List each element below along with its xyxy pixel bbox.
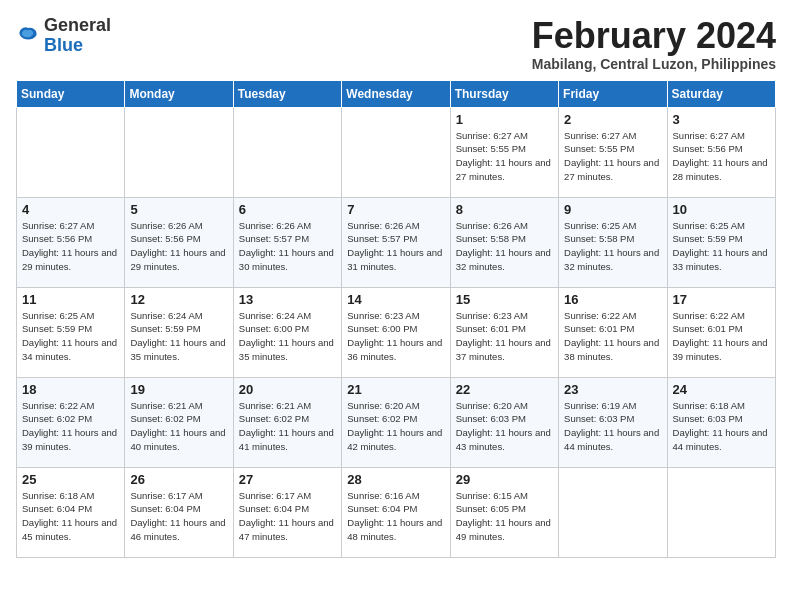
header-cell-saturday: Saturday xyxy=(667,80,775,107)
day-number: 18 xyxy=(22,382,119,397)
calendar-cell: 15Sunrise: 6:23 AM Sunset: 6:01 PM Dayli… xyxy=(450,287,558,377)
calendar-cell: 18Sunrise: 6:22 AM Sunset: 6:02 PM Dayli… xyxy=(17,377,125,467)
day-number: 15 xyxy=(456,292,553,307)
day-number: 1 xyxy=(456,112,553,127)
calendar-cell: 12Sunrise: 6:24 AM Sunset: 5:59 PM Dayli… xyxy=(125,287,233,377)
page-header: General Blue February 2024 Mabilang, Cen… xyxy=(16,16,776,72)
calendar-cell xyxy=(342,107,450,197)
day-info: Sunrise: 6:21 AM Sunset: 6:02 PM Dayligh… xyxy=(130,399,227,454)
day-number: 12 xyxy=(130,292,227,307)
day-info: Sunrise: 6:25 AM Sunset: 5:59 PM Dayligh… xyxy=(22,309,119,364)
day-info: Sunrise: 6:20 AM Sunset: 6:03 PM Dayligh… xyxy=(456,399,553,454)
header-cell-wednesday: Wednesday xyxy=(342,80,450,107)
day-info: Sunrise: 6:26 AM Sunset: 5:58 PM Dayligh… xyxy=(456,219,553,274)
day-number: 8 xyxy=(456,202,553,217)
header-cell-sunday: Sunday xyxy=(17,80,125,107)
calendar-cell: 28Sunrise: 6:16 AM Sunset: 6:04 PM Dayli… xyxy=(342,467,450,557)
day-info: Sunrise: 6:22 AM Sunset: 6:01 PM Dayligh… xyxy=(564,309,661,364)
calendar-cell: 9Sunrise: 6:25 AM Sunset: 5:58 PM Daylig… xyxy=(559,197,667,287)
calendar-header: SundayMondayTuesdayWednesdayThursdayFrid… xyxy=(17,80,776,107)
calendar-week-row: 11Sunrise: 6:25 AM Sunset: 5:59 PM Dayli… xyxy=(17,287,776,377)
day-info: Sunrise: 6:22 AM Sunset: 6:01 PM Dayligh… xyxy=(673,309,770,364)
calendar-cell: 26Sunrise: 6:17 AM Sunset: 6:04 PM Dayli… xyxy=(125,467,233,557)
calendar-cell: 16Sunrise: 6:22 AM Sunset: 6:01 PM Dayli… xyxy=(559,287,667,377)
calendar-week-row: 4Sunrise: 6:27 AM Sunset: 5:56 PM Daylig… xyxy=(17,197,776,287)
day-info: Sunrise: 6:27 AM Sunset: 5:55 PM Dayligh… xyxy=(564,129,661,184)
day-number: 7 xyxy=(347,202,444,217)
calendar-cell: 3Sunrise: 6:27 AM Sunset: 5:56 PM Daylig… xyxy=(667,107,775,197)
logo: General Blue xyxy=(16,16,111,56)
header-cell-tuesday: Tuesday xyxy=(233,80,341,107)
day-info: Sunrise: 6:19 AM Sunset: 6:03 PM Dayligh… xyxy=(564,399,661,454)
day-info: Sunrise: 6:24 AM Sunset: 5:59 PM Dayligh… xyxy=(130,309,227,364)
calendar-cell: 13Sunrise: 6:24 AM Sunset: 6:00 PM Dayli… xyxy=(233,287,341,377)
day-number: 9 xyxy=(564,202,661,217)
day-number: 16 xyxy=(564,292,661,307)
day-info: Sunrise: 6:26 AM Sunset: 5:57 PM Dayligh… xyxy=(239,219,336,274)
month-year-title: February 2024 xyxy=(532,16,776,56)
header-cell-thursday: Thursday xyxy=(450,80,558,107)
calendar-cell: 11Sunrise: 6:25 AM Sunset: 5:59 PM Dayli… xyxy=(17,287,125,377)
day-number: 11 xyxy=(22,292,119,307)
day-info: Sunrise: 6:21 AM Sunset: 6:02 PM Dayligh… xyxy=(239,399,336,454)
calendar-cell: 14Sunrise: 6:23 AM Sunset: 6:00 PM Dayli… xyxy=(342,287,450,377)
calendar-cell: 1Sunrise: 6:27 AM Sunset: 5:55 PM Daylig… xyxy=(450,107,558,197)
day-number: 28 xyxy=(347,472,444,487)
day-info: Sunrise: 6:18 AM Sunset: 6:04 PM Dayligh… xyxy=(22,489,119,544)
day-number: 17 xyxy=(673,292,770,307)
day-info: Sunrise: 6:23 AM Sunset: 6:00 PM Dayligh… xyxy=(347,309,444,364)
day-number: 3 xyxy=(673,112,770,127)
calendar-week-row: 25Sunrise: 6:18 AM Sunset: 6:04 PM Dayli… xyxy=(17,467,776,557)
day-number: 19 xyxy=(130,382,227,397)
day-info: Sunrise: 6:20 AM Sunset: 6:02 PM Dayligh… xyxy=(347,399,444,454)
day-info: Sunrise: 6:17 AM Sunset: 6:04 PM Dayligh… xyxy=(239,489,336,544)
day-info: Sunrise: 6:23 AM Sunset: 6:01 PM Dayligh… xyxy=(456,309,553,364)
header-row: SundayMondayTuesdayWednesdayThursdayFrid… xyxy=(17,80,776,107)
calendar-cell: 10Sunrise: 6:25 AM Sunset: 5:59 PM Dayli… xyxy=(667,197,775,287)
day-info: Sunrise: 6:25 AM Sunset: 5:58 PM Dayligh… xyxy=(564,219,661,274)
calendar-cell: 2Sunrise: 6:27 AM Sunset: 5:55 PM Daylig… xyxy=(559,107,667,197)
calendar-cell: 6Sunrise: 6:26 AM Sunset: 5:57 PM Daylig… xyxy=(233,197,341,287)
day-info: Sunrise: 6:25 AM Sunset: 5:59 PM Dayligh… xyxy=(673,219,770,274)
day-info: Sunrise: 6:16 AM Sunset: 6:04 PM Dayligh… xyxy=(347,489,444,544)
calendar-cell: 5Sunrise: 6:26 AM Sunset: 5:56 PM Daylig… xyxy=(125,197,233,287)
day-number: 5 xyxy=(130,202,227,217)
calendar-cell: 19Sunrise: 6:21 AM Sunset: 6:02 PM Dayli… xyxy=(125,377,233,467)
calendar-cell: 17Sunrise: 6:22 AM Sunset: 6:01 PM Dayli… xyxy=(667,287,775,377)
calendar-cell xyxy=(233,107,341,197)
location-subtitle: Mabilang, Central Luzon, Philippines xyxy=(532,56,776,72)
day-number: 4 xyxy=(22,202,119,217)
day-number: 2 xyxy=(564,112,661,127)
calendar-cell: 21Sunrise: 6:20 AM Sunset: 6:02 PM Dayli… xyxy=(342,377,450,467)
calendar-week-row: 18Sunrise: 6:22 AM Sunset: 6:02 PM Dayli… xyxy=(17,377,776,467)
day-number: 26 xyxy=(130,472,227,487)
day-number: 23 xyxy=(564,382,661,397)
calendar-cell: 8Sunrise: 6:26 AM Sunset: 5:58 PM Daylig… xyxy=(450,197,558,287)
day-info: Sunrise: 6:26 AM Sunset: 5:56 PM Dayligh… xyxy=(130,219,227,274)
day-info: Sunrise: 6:22 AM Sunset: 6:02 PM Dayligh… xyxy=(22,399,119,454)
calendar-cell xyxy=(667,467,775,557)
calendar-cell: 7Sunrise: 6:26 AM Sunset: 5:57 PM Daylig… xyxy=(342,197,450,287)
calendar-cell: 23Sunrise: 6:19 AM Sunset: 6:03 PM Dayli… xyxy=(559,377,667,467)
day-info: Sunrise: 6:15 AM Sunset: 6:05 PM Dayligh… xyxy=(456,489,553,544)
calendar-cell: 27Sunrise: 6:17 AM Sunset: 6:04 PM Dayli… xyxy=(233,467,341,557)
day-info: Sunrise: 6:26 AM Sunset: 5:57 PM Dayligh… xyxy=(347,219,444,274)
calendar-cell: 24Sunrise: 6:18 AM Sunset: 6:03 PM Dayli… xyxy=(667,377,775,467)
logo-bird-icon xyxy=(16,24,40,48)
day-number: 13 xyxy=(239,292,336,307)
header-cell-monday: Monday xyxy=(125,80,233,107)
calendar-cell: 4Sunrise: 6:27 AM Sunset: 5:56 PM Daylig… xyxy=(17,197,125,287)
day-number: 25 xyxy=(22,472,119,487)
day-number: 14 xyxy=(347,292,444,307)
calendar-cell: 20Sunrise: 6:21 AM Sunset: 6:02 PM Dayli… xyxy=(233,377,341,467)
day-number: 24 xyxy=(673,382,770,397)
day-info: Sunrise: 6:27 AM Sunset: 5:56 PM Dayligh… xyxy=(22,219,119,274)
day-info: Sunrise: 6:18 AM Sunset: 6:03 PM Dayligh… xyxy=(673,399,770,454)
calendar-cell: 22Sunrise: 6:20 AM Sunset: 6:03 PM Dayli… xyxy=(450,377,558,467)
calendar-cell: 29Sunrise: 6:15 AM Sunset: 6:05 PM Dayli… xyxy=(450,467,558,557)
logo-text: General Blue xyxy=(44,16,111,56)
calendar-week-row: 1Sunrise: 6:27 AM Sunset: 5:55 PM Daylig… xyxy=(17,107,776,197)
title-block: February 2024 Mabilang, Central Luzon, P… xyxy=(532,16,776,72)
day-info: Sunrise: 6:17 AM Sunset: 6:04 PM Dayligh… xyxy=(130,489,227,544)
day-info: Sunrise: 6:24 AM Sunset: 6:00 PM Dayligh… xyxy=(239,309,336,364)
